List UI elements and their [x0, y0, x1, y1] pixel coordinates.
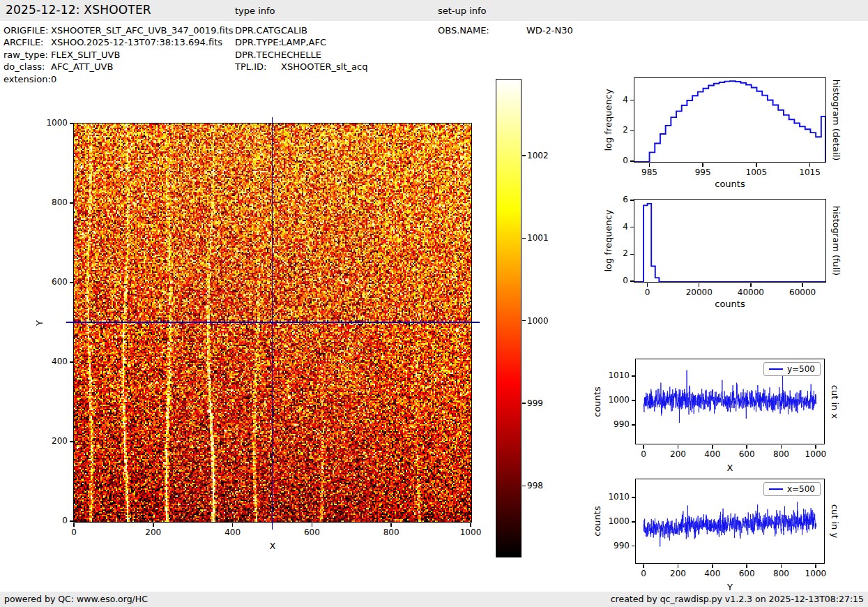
meta-value: 0: [51, 73, 56, 85]
x-tick-mark: [643, 445, 644, 449]
y-tick-mark: [630, 200, 634, 201]
meta-label: ARCFILE:: [3, 36, 51, 48]
x-tick-label: 0: [641, 569, 646, 578]
y-tick-mark: [630, 160, 634, 162]
colorbar-tick-label: 999: [527, 398, 543, 408]
type-info-block: DPR.CATG:CALIB DPR.TYPE:LAMP,AFC DPR.TEC…: [235, 24, 367, 73]
x-tick-label: 1015: [799, 167, 821, 177]
meta-value: XSHOOTER_slt_acq: [281, 61, 367, 73]
legend: y=500: [763, 362, 821, 376]
y-tick-mark: [630, 254, 634, 255]
meta-label: DPR.TYPE:: [235, 36, 281, 48]
colorbar-tick-mark: [522, 320, 526, 322]
x-tick-label: 40000: [738, 287, 764, 297]
x-tick-mark: [647, 283, 648, 287]
y-tick-label: 990: [614, 541, 630, 550]
colorbar-tick-mark: [522, 155, 526, 156]
y-tick-label: 1000: [608, 395, 630, 405]
y-tick-mark: [70, 202, 73, 204]
x-tick-mark: [712, 445, 713, 449]
x-tick-label: 0: [71, 527, 77, 537]
legend-line-swatch: [769, 368, 783, 370]
y-tick-mark: [70, 441, 73, 442]
meta-label: TPL.ID:: [235, 61, 281, 73]
x-tick-mark: [73, 523, 75, 527]
type-info-heading: type info: [235, 6, 275, 16]
meta-label: raw_type:: [3, 49, 51, 61]
detector-image-plot: X Y 0200400600800100002004006008001000: [73, 123, 472, 523]
meta-row: DPR.TECH:ECHELLE: [235, 49, 367, 61]
meta-label: do_class:: [3, 61, 51, 73]
y-tick-mark: [70, 520, 73, 522]
x-tick-label: 600: [739, 569, 755, 578]
qc-report-page: 2025-12-12: XSHOOTER type info set-up in…: [0, 0, 868, 607]
x-tick-mark: [678, 445, 679, 449]
y-axis-label: Y: [34, 320, 45, 326]
x-tick-mark: [756, 163, 757, 167]
x-tick-mark: [712, 564, 713, 568]
y-tick-mark: [70, 123, 73, 124]
y-axis-label: log frequency: [603, 89, 614, 151]
meta-row: DPR.CATG:CALIB: [235, 24, 367, 36]
y-axis-label: counts: [592, 387, 602, 417]
y-tick-mark: [632, 546, 635, 547]
y-tick-label: 0: [62, 516, 68, 525]
meta-row: ARCFILE:XSHOO.2025-12-13T07:38:13.694.fi…: [3, 36, 234, 48]
meta-label: extension:: [3, 73, 51, 85]
colorbar-tick-label: 998: [527, 481, 543, 490]
x-tick-mark: [746, 445, 747, 449]
meta-row: TPL.ID:XSHOOTER_slt_acq: [235, 61, 367, 73]
x-tick-label: 1000: [460, 527, 482, 537]
footer-bar: powered by QC: www.eso.org/HC created by…: [0, 592, 868, 607]
colorbar-tick-label: 1002: [527, 151, 549, 160]
x-tick-mark: [750, 283, 752, 287]
x-tick-mark: [815, 564, 816, 568]
histogram-detail-curve: [634, 78, 825, 162]
colorbar-tick-mark: [522, 238, 526, 239]
x-tick-mark: [781, 564, 782, 568]
right-axis-label: cut in x: [830, 384, 840, 418]
x-tick-mark: [802, 283, 803, 287]
meta-value: LAMP,AFC: [281, 36, 326, 48]
x-tick-label: 400: [224, 527, 241, 537]
meta-row: raw_type:FLEX_SLIT_UVB: [3, 49, 234, 61]
y-tick-mark: [70, 282, 73, 283]
x-tick-label: 995: [695, 167, 711, 177]
legend: x=500: [763, 482, 821, 496]
y-tick-label: 4: [623, 222, 628, 232]
x-tick-mark: [746, 564, 747, 568]
legend-label: y=500: [787, 364, 815, 374]
histogram-detail-plot: counts log frequency histogram (detail) …: [634, 77, 826, 163]
x-tick-label: 800: [773, 449, 789, 459]
x-tick-label: 985: [641, 167, 657, 177]
y-tick-mark: [70, 361, 73, 363]
y-tick-label: 4: [623, 95, 628, 105]
footer-left-text: powered by QC: www.eso.org/HC: [4, 592, 148, 607]
y-tick-mark: [630, 227, 634, 228]
x-tick-label: 1000: [805, 569, 827, 578]
x-tick-label: 800: [383, 527, 399, 537]
x-tick-mark: [699, 283, 700, 287]
colorbar: 998999100010011002: [496, 79, 521, 557]
y-tick-label: 400: [52, 357, 68, 366]
y-tick-mark: [632, 497, 635, 498]
meta-label: ORIGFILE:: [3, 24, 51, 36]
y-tick-mark: [632, 400, 635, 401]
y-tick-label: 1010: [608, 370, 630, 380]
histogram-full-plot: counts log frequency histogram (full) 02…: [634, 199, 826, 283]
meta-label: OBS.NAME:: [438, 24, 526, 36]
y-tick-label: 1000: [46, 118, 68, 128]
x-tick-mark: [678, 564, 679, 568]
x-tick-label: 400: [704, 569, 720, 578]
cut-in-y-plot: x=500 Y counts cut in y 0200400600800100…: [635, 479, 825, 564]
meta-value: FLEX_SLIT_UVB: [51, 49, 120, 61]
y-tick-mark: [632, 521, 635, 523]
crosshair-vertical-line: [272, 117, 273, 530]
y-tick-label: 0: [623, 156, 628, 165]
x-tick-mark: [390, 523, 392, 527]
x-tick-label: 200: [670, 569, 686, 578]
x-axis-label: X: [74, 541, 471, 551]
meta-row: extension:0: [3, 73, 234, 85]
x-tick-label: 0: [641, 449, 646, 459]
colorbar-gradient: [496, 80, 521, 557]
